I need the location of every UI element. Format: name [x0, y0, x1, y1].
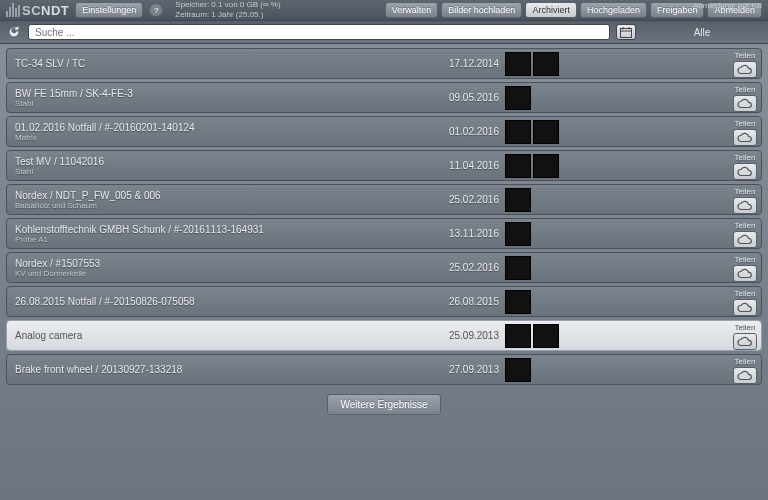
thumbnails: [505, 86, 531, 110]
share-button[interactable]: [733, 163, 757, 180]
thumbnails: [505, 290, 531, 314]
share-button[interactable]: [733, 197, 757, 214]
cloud-icon: [737, 302, 753, 313]
row-text: Kohlenstofftechnik GMBH Schunk / #-20161…: [15, 224, 435, 244]
row-date: 25.09.2013: [435, 330, 505, 341]
thumbnail[interactable]: [505, 222, 531, 246]
row-title: 26.08.2015 Notfall / #-20150826-075058: [15, 296, 435, 307]
thumbnails: [505, 324, 559, 348]
help-button[interactable]: ?: [149, 3, 163, 17]
nav-hochgeladen[interactable]: Hochgeladen: [580, 2, 647, 18]
row-date: 26.08.2015: [435, 296, 505, 307]
storage-line2: Zeitraum: 1 Jahr (25.05.): [175, 10, 280, 20]
calendar-button[interactable]: [616, 24, 636, 40]
calendar-icon: [620, 27, 632, 38]
thumbnails: [505, 358, 531, 382]
share-button[interactable]: [733, 129, 757, 146]
row-subtitle: KV und Donnerkeile: [15, 269, 435, 278]
thumbnail[interactable]: [533, 120, 559, 144]
table-row[interactable]: 26.08.2015 Notfall / #-20150826-07505826…: [6, 286, 762, 317]
share-group: Teilen: [733, 323, 757, 350]
logo: SCNDT: [6, 3, 69, 18]
share-button[interactable]: [733, 367, 757, 384]
row-title: BW FE 15mm / SK-4-FE-3: [15, 88, 435, 99]
cloud-icon: [737, 132, 753, 143]
refresh-button[interactable]: [6, 24, 22, 40]
share-group: Teilen: [733, 221, 757, 248]
thumbnail[interactable]: [505, 154, 531, 178]
thumbnail[interactable]: [505, 52, 531, 76]
nav-verwalten[interactable]: Verwalten: [385, 2, 439, 18]
share-label: Teilen: [735, 51, 756, 60]
thumbnails: [505, 154, 559, 178]
table-row[interactable]: Nordex / NDT_P_FW_005 & 006Balsaholz und…: [6, 184, 762, 215]
row-text: Nordex / NDT_P_FW_005 & 006Balsaholz und…: [15, 190, 435, 210]
share-group: Teilen: [733, 119, 757, 146]
table-row[interactable]: 01.02.2016 Notfall / #-20160201-140124Ma…: [6, 116, 762, 147]
thumbnail[interactable]: [505, 358, 531, 382]
cloud-icon: [737, 166, 753, 177]
table-row[interactable]: Analog camera25.09.2013Teilen: [6, 320, 762, 351]
row-text: Test MV / 11042016Stahl: [15, 156, 435, 176]
share-group: Teilen: [733, 51, 757, 78]
thumbnail[interactable]: [533, 324, 559, 348]
more-results-container: Weitere Ergebnisse: [0, 388, 768, 421]
share-button[interactable]: [733, 95, 757, 112]
table-row[interactable]: Brake front wheel / 20130927-13321827.09…: [6, 354, 762, 385]
thumbnail[interactable]: [505, 324, 531, 348]
thumbnails: [505, 188, 531, 212]
table-row[interactable]: BW FE 15mm / SK-4-FE-3Stahl09.05.2016Tei…: [6, 82, 762, 113]
cloud-icon: [737, 234, 753, 245]
row-date: 25.02.2016: [435, 194, 505, 205]
row-title: Nordex / NDT_P_FW_005 & 006: [15, 190, 435, 201]
share-label: Teilen: [735, 357, 756, 366]
thumbnail[interactable]: [533, 154, 559, 178]
row-subtitle: Matrix: [15, 133, 435, 142]
share-button[interactable]: [733, 231, 757, 248]
searchbar: Alle: [0, 20, 768, 44]
share-label: Teilen: [735, 85, 756, 94]
search-input[interactable]: [28, 24, 610, 40]
thumbnail[interactable]: [505, 86, 531, 110]
thumbnails: [505, 256, 531, 280]
share-button[interactable]: [733, 61, 757, 78]
share-button[interactable]: [733, 299, 757, 316]
share-group: Teilen: [733, 357, 757, 384]
table-row[interactable]: Nordex / #1507553KV und Donnerkeile25.02…: [6, 252, 762, 283]
thumbnail[interactable]: [533, 52, 559, 76]
row-date: 11.04.2016: [435, 160, 505, 171]
row-text: Analog camera: [15, 330, 435, 341]
share-group: Teilen: [733, 153, 757, 180]
nav-archiviert[interactable]: Archiviert: [525, 2, 577, 18]
row-title: Analog camera: [15, 330, 435, 341]
filter-all[interactable]: Alle: [642, 27, 762, 38]
row-text: 01.02.2016 Notfall / #-20160201-140124Ma…: [15, 122, 435, 142]
table-row[interactable]: Kohlenstofftechnik GMBH Schunk / #-20161…: [6, 218, 762, 249]
table-row[interactable]: Test MV / 11042016Stahl11.04.2016Teilen: [6, 150, 762, 181]
share-label: Teilen: [735, 153, 756, 162]
share-button[interactable]: [733, 333, 757, 350]
row-title: 01.02.2016 Notfall / #-20160201-140124: [15, 122, 435, 133]
row-subtitle: Stahl: [15, 167, 435, 176]
storage-info: Speicher: 0.1 von 0 GB (∞ %) Zeitraum: 1…: [175, 0, 280, 19]
thumbnail[interactable]: [505, 290, 531, 314]
logo-ndt: NDT: [41, 3, 69, 18]
thumbnail[interactable]: [505, 188, 531, 212]
thumbnail[interactable]: [505, 120, 531, 144]
thumbnails: [505, 222, 531, 246]
table-row[interactable]: TC-34 SLV / TC17.12.2014Teilen: [6, 48, 762, 79]
settings-button[interactable]: Einstellungen: [75, 2, 143, 18]
share-button[interactable]: [733, 265, 757, 282]
share-label: Teilen: [735, 119, 756, 128]
row-text: Nordex / #1507553KV und Donnerkeile: [15, 258, 435, 278]
row-text: TC-34 SLV / TC: [15, 58, 435, 69]
share-group: Teilen: [733, 289, 757, 316]
cloud-icon: [737, 64, 753, 75]
svg-rect-0: [621, 28, 632, 37]
row-date: 09.05.2016: [435, 92, 505, 103]
more-results-button[interactable]: Weitere Ergebnisse: [327, 394, 440, 415]
cloud-icon: [737, 370, 753, 381]
thumbnail[interactable]: [505, 256, 531, 280]
nav-bilder-hochladen[interactable]: Bilder hochladen: [441, 2, 522, 18]
share-label: Teilen: [735, 323, 756, 332]
